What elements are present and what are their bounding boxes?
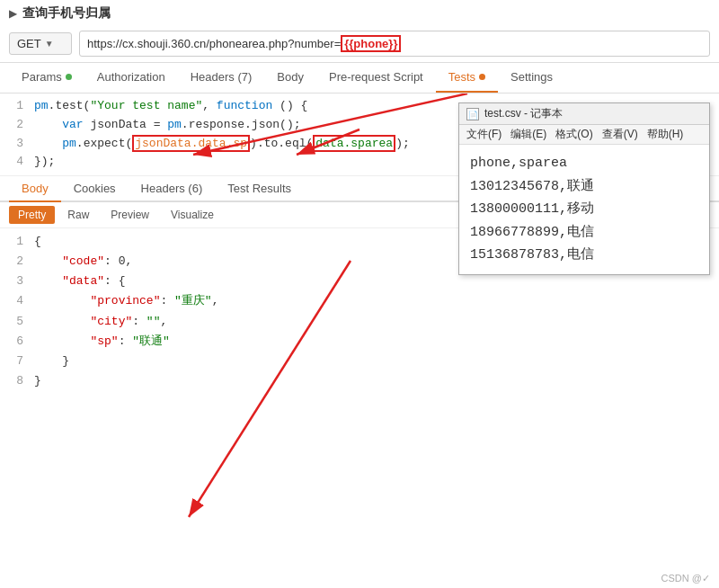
pretty-label: Pretty <box>18 209 46 221</box>
tab-test-results[interactable]: Test Results <box>215 176 304 202</box>
code-section: 1 pm.test("Your test name", function () … <box>0 94 719 176</box>
notepad-title: test.csv - 记事本 <box>484 106 563 121</box>
test-results-label: Test Results <box>227 182 291 195</box>
tab-headers[interactable]: Headers (7) <box>178 63 265 93</box>
url-input[interactable]: https://cx.shouji.360.cn/phonearea.php?n… <box>79 31 710 57</box>
subtab-pretty[interactable]: Pretty <box>9 206 55 224</box>
body-label: Body <box>277 70 304 84</box>
json-line-4: 4 "province": "重庆", <box>9 291 710 311</box>
tab-authorization[interactable]: Authorization <box>84 63 178 93</box>
notepad-titlebar: 📄 test.csv - 记事本 <box>459 103 709 125</box>
subtab-visualize[interactable]: Visualize <box>162 206 223 224</box>
tab-response-body[interactable]: Body <box>9 176 61 202</box>
cookies-label: Cookies <box>74 182 116 195</box>
menu-edit[interactable]: 编辑(E) <box>510 127 546 142</box>
csv-line-3: 18966778899,电信 <box>470 221 698 245</box>
highlight-datasparea: data.sparea <box>313 135 395 152</box>
tab-response-headers[interactable]: Headers (6) <box>129 176 216 202</box>
url-variable: {{phone}} <box>341 35 401 52</box>
request-tabs: Params Authorization Headers (7) Body Pr… <box>0 63 719 94</box>
menu-file[interactable]: 文件(F) <box>466 127 502 142</box>
json-line-8: 8 } <box>9 371 710 391</box>
csv-line-4: 15136878783,电信 <box>470 244 698 267</box>
params-label: Params <box>22 70 62 84</box>
watermark: CSDN @✓ <box>661 573 710 584</box>
params-dot <box>66 74 72 80</box>
preview-label: Preview <box>111 209 149 221</box>
menu-view[interactable]: 查看(V) <box>602 127 638 142</box>
method-dropdown-arrow: ▼ <box>45 39 54 49</box>
menu-help[interactable]: 帮助(H) <box>647 127 684 142</box>
notepad-content: phone,sparea 13012345678,联通 13800000111,… <box>459 145 709 274</box>
headers-label: Headers (7) <box>191 70 253 84</box>
response-body-label: Body <box>22 182 49 195</box>
json-line-3: 3 "data": { <box>9 272 710 291</box>
expand-arrow[interactable]: ▶ <box>9 7 17 20</box>
tab-body[interactable]: Body <box>264 63 316 93</box>
csv-line-1: 13012345678,联通 <box>470 175 698 199</box>
authorization-label: Authorization <box>97 70 165 84</box>
tab-tests[interactable]: Tests <box>436 63 498 93</box>
notepad-menubar: 文件(F) 编辑(E) 格式(O) 查看(V) 帮助(H) <box>459 125 709 145</box>
tab-params[interactable]: Params <box>9 63 84 93</box>
url-bar: GET ▼ https://cx.shouji.360.cn/phonearea… <box>0 25 719 63</box>
tests-dot <box>479 74 485 80</box>
subtab-raw[interactable]: Raw <box>58 206 98 224</box>
csv-line-2: 13800000111,移动 <box>470 198 698 221</box>
raw-label: Raw <box>67 209 89 221</box>
tab-prerequest[interactable]: Pre-request Script <box>316 63 436 93</box>
method-select[interactable]: GET ▼ <box>9 32 72 55</box>
tab-cookies[interactable]: Cookies <box>61 176 129 202</box>
highlight-jsondata: jsonData.data.sp <box>132 135 250 152</box>
notepad-popup: 📄 test.csv - 记事本 文件(F) 编辑(E) 格式(O) 查看(V)… <box>458 102 710 275</box>
settings-label: Settings <box>510 70 553 84</box>
tab-settings[interactable]: Settings <box>498 63 565 93</box>
response-headers-label: Headers (6) <box>141 182 203 195</box>
method-label: GET <box>17 37 41 50</box>
page-title: 查询手机号归属 <box>22 5 111 22</box>
subtab-preview[interactable]: Preview <box>102 206 158 224</box>
json-line-5: 5 "city": "", <box>9 312 710 332</box>
prerequest-label: Pre-request Script <box>329 70 423 84</box>
visualize-label: Visualize <box>171 209 214 221</box>
notepad-icon: 📄 <box>466 108 479 120</box>
tests-label: Tests <box>448 70 475 84</box>
csv-line-header: phone,sparea <box>470 152 698 175</box>
url-prefix: https://cx.shouji.360.cn/phonearea.php?n… <box>87 37 341 50</box>
page-title-row: ▶ 查询手机号归属 <box>0 0 719 25</box>
json-line-7: 7 } <box>9 352 710 371</box>
json-line-6: 6 "sp": "联通" <box>9 332 710 352</box>
menu-format[interactable]: 格式(O) <box>555 127 592 142</box>
